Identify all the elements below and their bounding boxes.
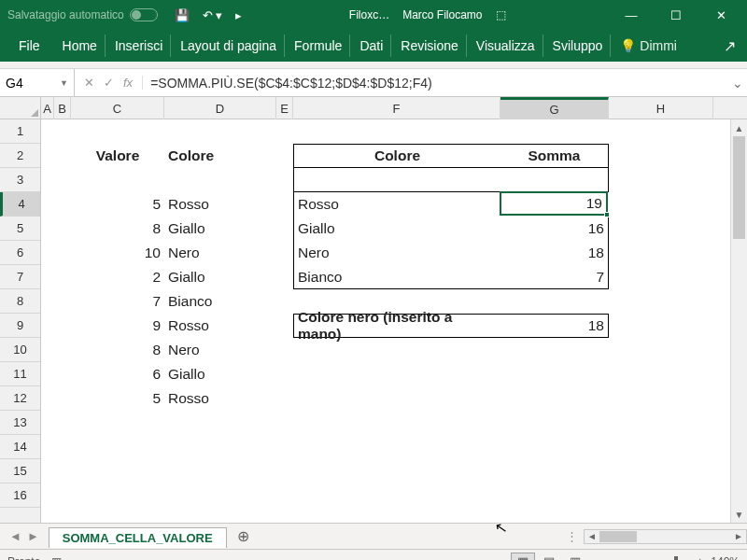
- cell[interactable]: [164, 119, 276, 144]
- fill-handle[interactable]: [604, 212, 610, 217]
- cell[interactable]: Bianco: [164, 289, 276, 314]
- cell[interactable]: [276, 459, 293, 483]
- cell[interactable]: [54, 362, 71, 386]
- cell[interactable]: [54, 289, 71, 314]
- chevron-down-icon[interactable]: ▼: [60, 78, 68, 88]
- col-header[interactable]: H: [609, 97, 713, 119]
- cell[interactable]: [276, 411, 293, 435]
- tab-layout[interactable]: Layout di pagina: [173, 35, 285, 57]
- sheet-prev-icon[interactable]: ◄: [9, 529, 21, 543]
- cancel-icon[interactable]: ✕: [84, 76, 94, 90]
- cell[interactable]: [71, 168, 164, 192]
- cell[interactable]: 7: [500, 265, 609, 289]
- cell[interactable]: Giallo: [164, 362, 276, 386]
- hscroll-thumb[interactable]: [599, 531, 637, 542]
- zoom-in-button[interactable]: +: [697, 555, 703, 561]
- cell[interactable]: [293, 338, 500, 362]
- tab-insert[interactable]: Inserisci: [107, 35, 171, 57]
- cell[interactable]: Rosso: [164, 386, 276, 411]
- cell[interactable]: Valore: [71, 144, 164, 168]
- cell[interactable]: Nero: [164, 241, 276, 265]
- cell[interactable]: [609, 119, 713, 144]
- cell[interactable]: [54, 338, 71, 362]
- col-header[interactable]: E: [276, 97, 293, 119]
- cell[interactable]: [54, 435, 71, 459]
- cell[interactable]: [41, 411, 54, 435]
- cell[interactable]: [164, 435, 276, 459]
- page-break-button[interactable]: ▥: [563, 553, 587, 561]
- cell[interactable]: [54, 386, 71, 411]
- save-icon[interactable]: 💾: [175, 8, 190, 22]
- cell[interactable]: 16: [500, 217, 609, 241]
- cell[interactable]: [293, 483, 500, 508]
- row-header[interactable]: 8: [0, 289, 40, 314]
- row-header[interactable]: 16: [0, 483, 40, 508]
- row-header[interactable]: 4: [0, 192, 40, 217]
- cell[interactable]: [609, 314, 713, 338]
- scroll-left-icon[interactable]: ◄: [585, 531, 599, 541]
- cell[interactable]: Nero: [164, 338, 276, 362]
- cell[interactable]: [41, 192, 54, 217]
- row-header[interactable]: 1: [0, 119, 40, 144]
- cell[interactable]: [276, 314, 293, 338]
- fx-icon[interactable]: fx: [123, 76, 133, 90]
- cell[interactable]: 8: [71, 217, 164, 241]
- cell[interactable]: [293, 411, 500, 435]
- tab-view[interactable]: Visualizza: [469, 35, 543, 57]
- cell[interactable]: [293, 119, 500, 144]
- cell[interactable]: [276, 168, 293, 192]
- cell[interactable]: [54, 192, 71, 217]
- cell[interactable]: [293, 386, 500, 411]
- cell[interactable]: [500, 483, 609, 508]
- cell[interactable]: [276, 435, 293, 459]
- cell[interactable]: [609, 386, 713, 411]
- spreadsheet-grid[interactable]: 12345678910111213141516 ValoreColoreColo…: [0, 119, 747, 523]
- cell[interactable]: [41, 459, 54, 483]
- cell[interactable]: [500, 362, 609, 386]
- scroll-up-icon[interactable]: ▲: [731, 119, 747, 136]
- vertical-scrollbar[interactable]: ▲ ▼: [730, 119, 747, 523]
- cell[interactable]: [54, 459, 71, 483]
- row-header[interactable]: 11: [0, 362, 40, 386]
- normal-view-button[interactable]: ▦: [511, 553, 535, 561]
- cell[interactable]: [71, 459, 164, 483]
- cell[interactable]: [71, 435, 164, 459]
- cell[interactable]: Colore: [293, 144, 500, 168]
- undo-icon[interactable]: ↶ ▾: [203, 8, 223, 22]
- redo-icon[interactable]: ▸: [235, 8, 242, 22]
- cell[interactable]: [54, 314, 71, 338]
- cell[interactable]: [500, 338, 609, 362]
- add-sheet-button[interactable]: ⊕: [233, 525, 255, 548]
- horizontal-scrollbar[interactable]: ◄ ►: [584, 529, 747, 544]
- cell[interactable]: Nero: [293, 241, 500, 265]
- row-header[interactable]: 15: [0, 459, 40, 483]
- cell[interactable]: [276, 144, 293, 168]
- zoom-out-button[interactable]: −: [600, 555, 607, 561]
- cell[interactable]: [500, 386, 609, 411]
- sheet-tab[interactable]: SOMMA_CELLA_VALORE: [49, 527, 227, 548]
- formula-input[interactable]: =SOMMA.PIÙ.SE($C$4:$C$12;$D$4:$D$12;F4): [143, 76, 728, 91]
- tab-data[interactable]: Dati: [352, 35, 391, 57]
- cell[interactable]: [609, 459, 713, 483]
- cell[interactable]: Giallo: [164, 265, 276, 289]
- cell[interactable]: [500, 119, 609, 144]
- cell[interactable]: [609, 144, 713, 168]
- cell[interactable]: [293, 435, 500, 459]
- cell[interactable]: Rosso: [164, 314, 276, 338]
- cell[interactable]: 5: [71, 386, 164, 411]
- cell[interactable]: [293, 362, 500, 386]
- cell[interactable]: [54, 119, 71, 144]
- cell[interactable]: [41, 241, 54, 265]
- cell[interactable]: 2: [71, 265, 164, 289]
- cell[interactable]: 9: [71, 314, 164, 338]
- cell[interactable]: [276, 338, 293, 362]
- cell[interactable]: [500, 411, 609, 435]
- row-header[interactable]: 7: [0, 265, 40, 289]
- cell[interactable]: [500, 168, 609, 192]
- name-box[interactable]: G4 ▼: [0, 69, 75, 96]
- tab-file[interactable]: File: [11, 35, 53, 57]
- ribbon-display-icon[interactable]: ⬚: [496, 8, 506, 21]
- cell[interactable]: [500, 459, 609, 483]
- cell[interactable]: [276, 362, 293, 386]
- cell[interactable]: 7: [71, 289, 164, 314]
